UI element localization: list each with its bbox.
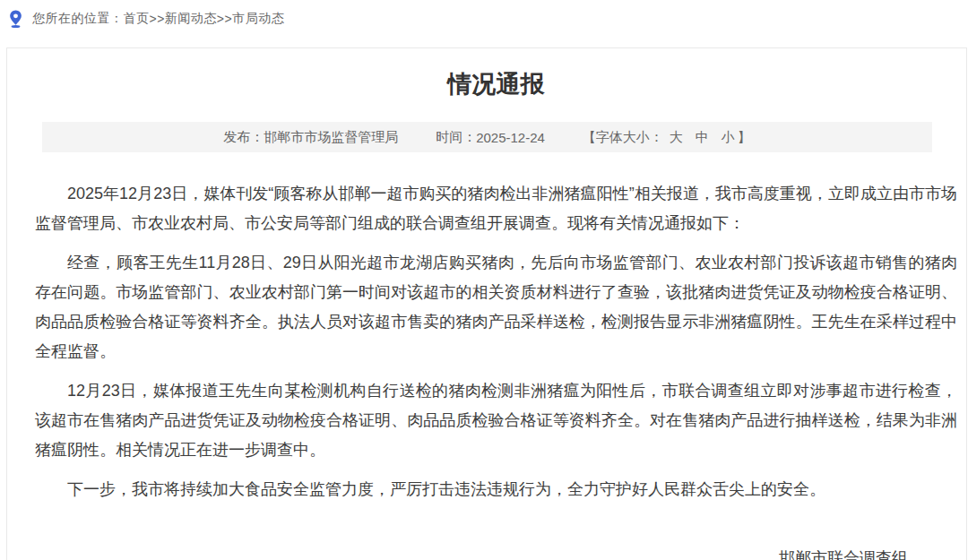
- font-size-large-button[interactable]: 大: [670, 129, 683, 146]
- article-paragraph: 12月23日，媒体报道王先生向某检测机构自行送检的猪肉检测非洲猪瘟为阳性后，市联…: [35, 376, 957, 465]
- font-size-label: 【字体大小：: [583, 129, 663, 146]
- publisher-value: 邯郸市市场监督管理局: [264, 129, 398, 146]
- font-size-small-button[interactable]: 小: [722, 129, 735, 146]
- breadcrumb: 您所在的位置： 首页 >> 新闻动态 >> 市局动态: [0, 0, 968, 47]
- breadcrumb-link-home[interactable]: 首页: [124, 11, 150, 27]
- location-pin-icon: [7, 8, 24, 30]
- article-body: 2025年12月23日，媒体刊发“顾客称从邯郸一超市购买的猪肉检出非洲猪瘟阳性”…: [35, 179, 957, 504]
- article-paragraph: 2025年12月23日，媒体刊发“顾客称从邯郸一超市购买的猪肉检出非洲猪瘟阳性”…: [35, 179, 957, 238]
- breadcrumb-label: 您所在的位置：: [32, 11, 124, 27]
- font-size-medium-button[interactable]: 中: [696, 129, 709, 146]
- article-card: 情况通报 发布： 邯郸市市场监督管理局 时间： 2025-12-24 【字体大小…: [6, 47, 967, 560]
- breadcrumb-link-bureau-news[interactable]: 市局动态: [232, 11, 284, 27]
- article-paragraph: 下一步，我市将持续加大食品安全监管力度，严厉打击违法违规行为，全力守护好人民群众…: [35, 475, 957, 504]
- signature-block: 邯郸市联合调查组 2025年12月24日: [35, 547, 957, 560]
- breadcrumb-link-news[interactable]: 新闻动态: [165, 11, 217, 27]
- article-meta-bar: 发布： 邯郸市市场监督管理局 时间： 2025-12-24 【字体大小： 大 中…: [42, 122, 932, 152]
- publisher-label: 发布：: [223, 129, 264, 146]
- article-paragraph: 经查，顾客王先生11月28日、29日从阳光超市龙湖店购买猪肉，先后向市场监管部门…: [35, 248, 957, 366]
- signature-author: 邯郸市联合调查组: [35, 547, 908, 560]
- breadcrumb-separator: >>: [150, 12, 165, 26]
- time-value: 2025-12-24: [476, 130, 545, 145]
- font-size-suffix: 】: [738, 129, 751, 146]
- time-label: 时间：: [436, 129, 476, 146]
- page-title: 情况通报: [35, 68, 957, 100]
- breadcrumb-separator: >>: [217, 12, 232, 26]
